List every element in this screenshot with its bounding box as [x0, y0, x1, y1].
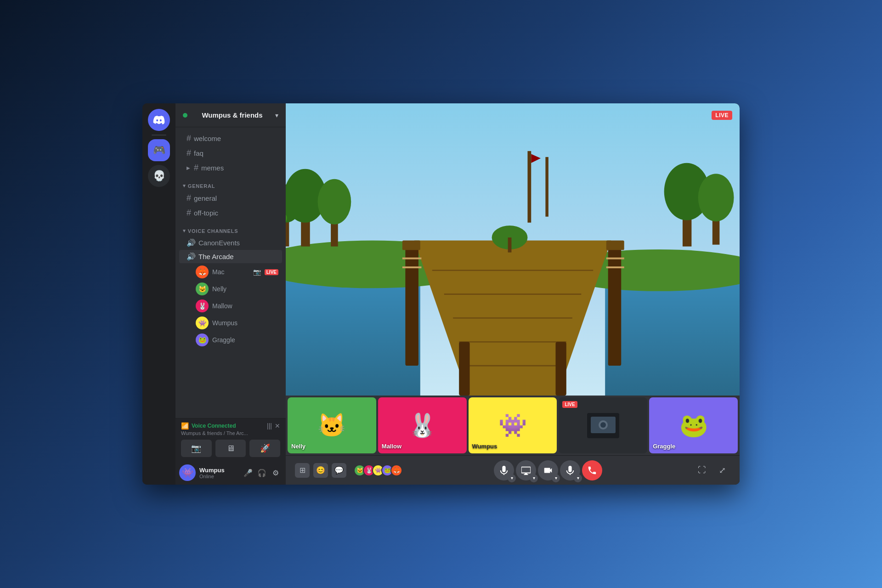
- wumpus-label: Wumpus: [472, 443, 498, 450]
- live-badge-mac: LIVE: [265, 269, 278, 275]
- user-info: Wumpus Online: [199, 467, 238, 479]
- graggle-label: Graggle: [653, 443, 675, 450]
- screenshare-control-wrapper: ▾: [516, 460, 536, 481]
- graggle-avatar-emoji: 🐸: [679, 412, 708, 439]
- emoji-button[interactable]: 😊: [313, 463, 328, 478]
- hash-icon: #: [187, 134, 191, 143]
- category-chevron-icon-voice: ▾: [183, 228, 186, 234]
- avatar-wumpus: 👾: [196, 317, 209, 329]
- mute-button[interactable]: 🎤: [242, 466, 254, 479]
- fullscreen-button[interactable]: ⤢: [714, 462, 730, 479]
- category-voice[interactable]: ▾ VOICE CHANNELS: [175, 220, 286, 236]
- username: Wumpus: [199, 467, 238, 474]
- camera-icon-mac: 📷: [253, 268, 261, 276]
- speaker-icon: 🔊: [187, 238, 196, 247]
- mallow-label: Mallow: [382, 443, 401, 450]
- voice-member-wumpus[interactable]: 👾 Wumpus: [179, 315, 282, 331]
- speaker-icon-active: 🔊: [187, 252, 196, 261]
- signal-icon: 📶: [181, 422, 189, 430]
- wumpus-avatar-emoji: 👾: [498, 412, 527, 439]
- server-sidebar: 🎮 💀: [142, 103, 175, 485]
- svg-rect-28: [555, 342, 566, 396]
- channel-memes[interactable]: ▶ # memes: [179, 161, 282, 175]
- video-tile-wumpus[interactable]: 👾 Wumpus: [469, 397, 557, 453]
- channel-welcome[interactable]: # welcome: [179, 131, 282, 146]
- popout-window-button[interactable]: ⛶: [694, 462, 710, 479]
- voice-bars-icon[interactable]: |||: [267, 422, 272, 430]
- server-name: Wumpus & friends: [202, 111, 262, 119]
- svg-rect-34: [545, 157, 548, 217]
- right-controls: ⛶ ⤢: [694, 462, 730, 479]
- svg-rect-24: [402, 241, 420, 250]
- hash-icon: #: [187, 193, 191, 203]
- hash-icon: #: [187, 148, 191, 158]
- cam-preview-icon: [587, 413, 619, 438]
- voice-channel-the-arcade[interactable]: 🔊 The Arcade: [179, 250, 282, 263]
- user-status: Online: [199, 474, 238, 479]
- channel-sidebar: Wumpus & friends ▾ # welcome # faq ▶ # m…: [175, 103, 286, 485]
- user-bar: 👾 Wumpus Online 🎤 🎧 ⚙: [175, 461, 286, 485]
- avatar-mac: 🦊: [196, 266, 209, 278]
- screen-share-button[interactable]: 🖥: [215, 440, 246, 457]
- mute-control-wrapper: ▾: [494, 460, 514, 481]
- video-grid: 🐱 Nelly 🐰 Mallow 👾 Wumpus: [286, 396, 740, 455]
- voice-member-mac[interactable]: 🦊 Mac 📷 LIVE: [179, 264, 282, 280]
- stream-area: LIVE: [286, 103, 740, 396]
- mac-live-badge: LIVE: [562, 401, 577, 408]
- video-tile-nelly[interactable]: 🐱 Nelly: [288, 397, 376, 453]
- activity-button[interactable]: 🚀: [249, 440, 280, 457]
- nelly-avatar-emoji: 🐱: [317, 412, 346, 439]
- chevron-down-icon: ▾: [275, 112, 278, 119]
- avatar-mallow: 🐰: [196, 300, 209, 312]
- mic2-arrow-icon[interactable]: ▾: [574, 474, 582, 482]
- discord-window: 🎮 💀 Wumpus & friends ▾ # welcome # faq ▶…: [142, 103, 740, 485]
- grid-view-button[interactable]: ⊞: [295, 463, 310, 478]
- svg-point-41: [600, 422, 606, 428]
- screenshare-arrow-icon[interactable]: ▾: [530, 474, 538, 482]
- channel-list: # welcome # faq ▶ # memes ▾ GENERAL # ge…: [175, 127, 286, 418]
- settings-button[interactable]: ⚙: [269, 466, 282, 479]
- channel-faq[interactable]: # faq: [179, 146, 282, 160]
- voice-connected-label: Voice Connected: [192, 423, 236, 429]
- server-icon-1[interactable]: 🎮: [148, 139, 170, 161]
- current-user-avatar: 👾: [179, 464, 196, 481]
- voice-channel-canonevents[interactable]: 🔊 CanonEvents: [179, 236, 282, 249]
- center-controls: ▾ ▾ ▾ ▾: [494, 460, 602, 481]
- video-control-wrapper: ▾: [538, 460, 558, 481]
- arrow-right-icon: ▶: [187, 165, 190, 170]
- avatar-graggle: 🐸: [196, 334, 209, 346]
- camera-toggle-button[interactable]: 📷: [181, 440, 212, 457]
- svg-rect-33: [527, 151, 531, 223]
- svg-rect-25: [608, 247, 622, 366]
- main-content: LIVE 🐱 Nelly 🐰 Mallow 👾 Wumpus: [286, 103, 740, 485]
- discord-home-icon[interactable]: [148, 109, 170, 131]
- popout-button[interactable]: 💬: [332, 463, 346, 478]
- mute-arrow-icon[interactable]: ▾: [508, 474, 516, 482]
- svg-point-16: [698, 174, 734, 221]
- video-tile-graggle[interactable]: 🐸 Graggle: [649, 397, 738, 453]
- voice-member-graggle[interactable]: 🐸 Graggle: [179, 332, 282, 348]
- voice-member-nelly[interactable]: 🐱 Nelly: [179, 281, 282, 297]
- channel-general[interactable]: # general: [179, 191, 282, 205]
- hash-icon: #: [187, 208, 191, 218]
- hangup-button[interactable]: [582, 460, 602, 481]
- participants-list: 🐱 🐰 👾 🐸 🦊: [350, 464, 402, 476]
- disconnect-icon[interactable]: ✕: [275, 422, 280, 430]
- svg-rect-26: [606, 241, 624, 250]
- user-controls: 🎤 🎧 ⚙: [242, 466, 282, 479]
- voice-path: Wumpus & friends / The Arc...: [181, 430, 280, 436]
- server-icon-2[interactable]: 💀: [148, 165, 170, 187]
- category-general[interactable]: ▾ GENERAL: [175, 175, 286, 191]
- hash-icon: #: [194, 163, 198, 173]
- left-controls: ⊞ 😊 💬 🐱 🐰 👾 🐸 🦊: [295, 463, 402, 478]
- voice-member-mallow[interactable]: 🐰 Mallow: [179, 298, 282, 314]
- nelly-label: Nelly: [291, 443, 305, 450]
- headset-button[interactable]: 🎧: [255, 466, 268, 479]
- svg-point-8: [318, 179, 351, 225]
- video-tile-mac[interactable]: LIVE: [559, 397, 647, 453]
- video-arrow-icon[interactable]: ▾: [552, 474, 560, 482]
- video-tile-mallow[interactable]: 🐰 Mallow: [378, 397, 467, 453]
- participant-avatar-5: 🦊: [390, 464, 402, 476]
- channel-off-topic[interactable]: # off-topic: [179, 206, 282, 220]
- server-header[interactable]: Wumpus & friends ▾: [175, 103, 286, 127]
